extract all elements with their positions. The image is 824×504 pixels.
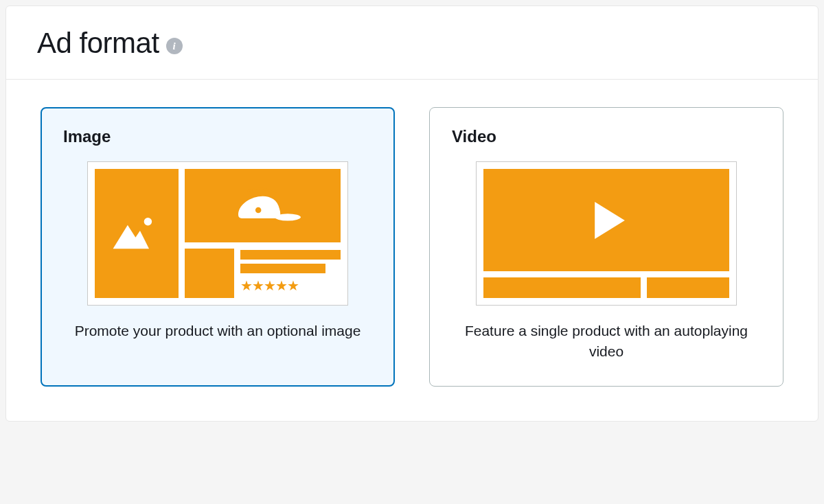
format-option-video-title: Video: [452, 127, 761, 146]
svg-point-0: [144, 218, 152, 225]
panel-header: Ad format i: [6, 6, 818, 80]
video-thumbnail-frame: [476, 161, 737, 306]
thumbnail-video-area: [483, 169, 729, 271]
format-option-image-description: Promote your product with an optional im…: [63, 321, 372, 341]
section-title: Ad format: [37, 27, 159, 60]
format-option-image[interactable]: Image: [41, 107, 395, 387]
svg-point-3: [255, 207, 261, 213]
image-thumbnail-frame: ★★★★★: [87, 161, 348, 306]
info-icon[interactable]: i: [166, 38, 183, 54]
ad-format-panel: Ad format i Image: [5, 5, 819, 422]
thumbnail-hero-image: [95, 169, 179, 298]
format-option-image-title: Image: [63, 127, 372, 146]
thumbnail-meta: ★★★★★: [240, 249, 341, 298]
text-line-placeholder: [240, 264, 325, 273]
hat-icon: [222, 178, 304, 234]
play-icon: [577, 192, 635, 249]
mountain-icon: [108, 213, 165, 254]
format-option-image-thumbnail: ★★★★★: [63, 161, 372, 306]
svg-point-2: [275, 214, 301, 220]
thumbnail-caption-row: [483, 277, 729, 298]
format-option-video[interactable]: Video Feature a single: [429, 107, 783, 387]
panel-body: Image: [6, 80, 818, 421]
text-bar-placeholder: [483, 277, 641, 298]
svg-marker-4: [595, 202, 625, 239]
thumbnail-product-image: [185, 169, 341, 242]
svg-marker-1: [113, 225, 149, 249]
rating-stars-icon: ★★★★★: [240, 279, 341, 293]
thumbnail-detail-row: ★★★★★: [185, 249, 341, 298]
format-option-video-thumbnail: [452, 161, 761, 306]
format-option-video-description: Feature a single product with an autopla…: [452, 321, 761, 363]
text-line-placeholder: [240, 250, 341, 260]
thumbnail-small-image: [185, 249, 234, 298]
format-options: Image: [41, 107, 783, 387]
text-bar-placeholder: [647, 277, 729, 298]
